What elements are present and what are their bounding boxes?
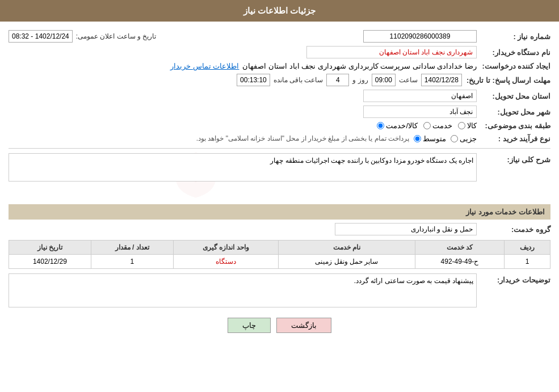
remaining-time: 00:13:10 <box>237 74 270 86</box>
city-row: شهر محل تحویل: <box>9 106 550 118</box>
col-header-qty: تعداد / مقدار <box>91 241 173 255</box>
description-label: شرح کلی نیاز: <box>477 153 550 164</box>
print-button[interactable]: چاپ <box>228 318 271 333</box>
buyer-org-label: نام دستگاه خریدار: <box>477 48 550 57</box>
deadline-days-label: روز و <box>352 76 368 84</box>
cell-name: سایر حمل ونقل زمینی <box>279 255 415 269</box>
need-number-row: شماره نیاز : 1102090286000389 تاریخ و سا… <box>9 30 550 43</box>
buyer-org-input[interactable] <box>306 46 477 58</box>
page-wrapper: جزئیات اطلاعات نیاز شماره نیاز : 1102090… <box>0 0 559 392</box>
table-row: 1 ح-49-49-492 سایر حمل ونقل زمینی دستگاه… <box>9 255 550 269</box>
cell-code: ح-49-49-492 <box>415 255 504 269</box>
col-header-date: تاریخ نیاز <box>9 241 91 255</box>
province-row: استان محل تحویل: <box>9 90 550 102</box>
col-header-unit: واحد اندازه گیری <box>173 241 278 255</box>
col-header-code: کد خدمت <box>415 241 504 255</box>
deadline-label: مهلت ارسال پاسخ: تا تاریخ: <box>462 76 550 85</box>
category-option-3[interactable]: کالا/خدمت <box>377 121 418 130</box>
cell-date: 1402/12/29 <box>9 255 91 269</box>
purchase-type-option-2[interactable]: متوسط <box>414 134 446 143</box>
deadline-date: 1402/12/28 <box>421 74 462 86</box>
page-header: جزئیات اطلاعات نیاز <box>0 0 559 22</box>
services-table: ردیف کد خدمت نام خدمت واحد اندازه گیری ت… <box>9 240 550 269</box>
province-label: استان محل تحویل: <box>477 92 550 100</box>
announcement-label: تاریخ و ساعت اعلان عمومی: <box>76 32 157 40</box>
description-row: شرح کلی نیاز: ● <box>9 153 550 199</box>
service-group-input[interactable] <box>335 223 477 235</box>
deadline-row: مهلت ارسال پاسخ: تا تاریخ: 1402/12/28 سا… <box>9 74 550 86</box>
service-group-label: گروه خدمت: <box>477 225 550 234</box>
creator-row: ایجاد کننده درخواست: رضا خدادادی ساداتی … <box>9 62 550 70</box>
purchase-type-row: نوع فرآیند خرید : جزیی متوسط پرداخت تمام… <box>9 133 550 144</box>
need-number-label: شماره نیاز : <box>477 32 550 41</box>
cell-row: 1 <box>505 255 550 269</box>
buyer-notes-row: توضیحات خریدار: <box>9 273 550 309</box>
category-option-1[interactable]: کالا <box>458 121 477 130</box>
category-radio-group: کالا خدمت کالا/خدمت <box>9 121 477 130</box>
purchase-type-label: نوع فرآیند خرید : <box>477 134 550 143</box>
cell-qty: 1 <box>91 255 173 269</box>
creator-label: ایجاد کننده درخواست: <box>477 62 550 70</box>
buyer-org-row: نام دستگاه خریدار: <box>9 46 550 58</box>
col-header-row: ردیف <box>505 241 550 255</box>
action-buttons: بازگشت چاپ <box>9 318 550 333</box>
category-option-2[interactable]: خدمت <box>423 121 452 130</box>
city-input[interactable] <box>363 106 477 118</box>
description-textarea[interactable] <box>9 153 477 182</box>
table-header-row: ردیف کد خدمت نام خدمت واحد اندازه گیری ت… <box>9 241 550 255</box>
page-title: جزئیات اطلاعات نیاز <box>243 6 316 15</box>
deadline-time: 09:00 <box>372 74 396 86</box>
back-button[interactable]: بازگشت <box>276 318 331 333</box>
need-number-value: 1102090286000389 <box>363 30 477 43</box>
section-divider-1 <box>9 148 550 149</box>
deadline-time-label: ساعت <box>399 76 418 84</box>
creator-value: رضا خدادادی ساداتی سرپرست کاربرداری شهرد… <box>242 62 477 70</box>
city-label: شهر محل تحویل: <box>477 108 550 116</box>
services-table-section: ردیف کد خدمت نام خدمت واحد اندازه گیری ت… <box>9 240 550 269</box>
cell-unit: دستگاه <box>173 255 278 269</box>
creator-contact-link[interactable]: اطلاعات تماس خریدار <box>170 62 239 70</box>
service-group-row: گروه خدمت: <box>9 223 550 235</box>
category-label: طبقه بندی موضوعی: <box>477 121 550 130</box>
category-row: طبقه بندی موضوعی: کالا خدمت کالا/خدمت <box>9 121 550 130</box>
buyer-notes-label: توضیحات خریدار: <box>477 273 550 284</box>
purchase-type-option-1[interactable]: جزیی <box>451 134 477 143</box>
announcement-value: 1402/12/24 - 08:32 <box>9 30 73 43</box>
remaining-label: ساعت باقی مانده <box>274 76 323 84</box>
purchase-type-note: پرداخت تمام یا بخشی از مبلغ خریدار از مح… <box>196 133 409 144</box>
deadline-days: 4 <box>326 74 349 86</box>
province-input[interactable] <box>363 90 477 102</box>
buyer-notes-textarea[interactable] <box>9 273 477 307</box>
col-header-name: نام خدمت <box>279 241 415 255</box>
main-content: شماره نیاز : 1102090286000389 تاریخ و سا… <box>0 27 559 339</box>
services-section-header: اطلاعات خدمات مورد نیاز <box>9 204 550 220</box>
